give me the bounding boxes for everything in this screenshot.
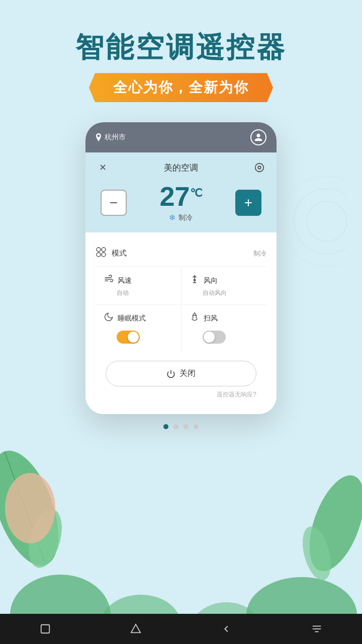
sweep-header: 扫风 <box>190 312 259 325</box>
wind-dir-label: 风向 <box>204 276 218 285</box>
dots-indicator <box>0 414 362 437</box>
svg-point-15 <box>97 248 101 252</box>
wind-speed-icon <box>104 274 114 287</box>
svg-point-18 <box>102 253 106 257</box>
sweep-toggle[interactable] <box>203 331 226 344</box>
user-icon[interactable] <box>250 129 266 145</box>
close-button[interactable]: ✕ <box>96 160 110 175</box>
svg-point-10 <box>246 577 357 615</box>
temp-display: 27 ℃ ❄ 制冷 <box>159 183 202 222</box>
temp-mode: ❄ 制冷 <box>159 213 202 222</box>
wind-dir-cell[interactable]: 风向 自动风向 <box>182 267 267 304</box>
temp-unit: ℃ <box>190 183 203 200</box>
feature-grid: 风速 自动 <box>96 267 266 353</box>
power-button[interactable]: 关闭 <box>106 361 256 386</box>
controls-section: 模式 制冷 <box>85 232 277 414</box>
sweep-cell[interactable]: 扫风 <box>182 305 267 353</box>
subtitle-banner: 全心为你，全新为你 <box>89 73 273 102</box>
dot-2[interactable] <box>173 424 178 429</box>
android-nav <box>0 614 362 644</box>
no-response-text[interactable]: 遥控器无响应? <box>96 390 266 406</box>
nav-home-button[interactable] <box>125 618 147 640</box>
svg-point-9 <box>101 595 181 615</box>
mode-row[interactable]: 模式 制冷 <box>96 240 266 267</box>
sleep-mode-cell[interactable]: 睡眠模式 <box>96 305 181 353</box>
wind-dir-value: 自动风向 <box>203 289 259 297</box>
nav-menu-button[interactable] <box>306 618 328 640</box>
svg-point-6 <box>299 468 362 579</box>
power-label: 关闭 <box>179 368 196 379</box>
sleep-toggle[interactable] <box>117 331 140 344</box>
phone-mockup: 杭州市 ✕ 美的空调 <box>85 122 277 414</box>
sleep-header: 睡眠模式 <box>104 312 173 325</box>
svg-point-8 <box>10 575 111 615</box>
ac-name: 美的空调 <box>164 162 198 174</box>
sweep-icon <box>190 312 200 325</box>
mode-left: 模式 <box>96 247 127 260</box>
svg-point-7 <box>298 523 336 583</box>
nav-back-button[interactable] <box>215 618 237 640</box>
sweep-toggle-container <box>203 331 259 346</box>
ac-title-row: ✕ 美的空调 <box>96 160 266 175</box>
svg-point-14 <box>258 166 261 169</box>
svg-point-11 <box>191 602 261 615</box>
ac-card: ✕ 美的空调 − 27 ℃ <box>85 152 277 414</box>
svg-marker-22 <box>131 624 140 633</box>
wind-speed-cell[interactable]: 风速 自动 <box>96 267 181 304</box>
mode-label: 模式 <box>112 249 127 258</box>
ac-header: ✕ 美的空调 − 27 ℃ <box>85 152 277 232</box>
location-info: 杭州市 <box>96 133 126 142</box>
sleep-icon <box>104 312 114 325</box>
svg-point-12 <box>5 473 55 543</box>
settings-button[interactable] <box>252 160 266 175</box>
wind-dir-icon <box>190 274 200 287</box>
temp-value: 27 <box>159 183 190 210</box>
dot-1[interactable] <box>163 424 168 429</box>
wind-dir-header: 风向 <box>190 274 259 287</box>
svg-point-5 <box>23 505 67 571</box>
svg-line-4 <box>5 451 46 565</box>
wind-speed-label: 风速 <box>118 276 132 285</box>
temp-increase-button[interactable]: + <box>235 190 261 216</box>
svg-point-16 <box>102 248 106 252</box>
location-text: 杭州市 <box>105 133 126 142</box>
nav-recent-button[interactable] <box>34 618 56 640</box>
mode-value: 制冷 <box>253 249 266 258</box>
svg-rect-21 <box>41 625 50 633</box>
temp-decrease-button[interactable]: − <box>101 190 127 216</box>
svg-point-3 <box>0 442 72 574</box>
phone-header: 杭州市 <box>85 122 277 152</box>
wind-speed-value: 自动 <box>117 289 173 297</box>
mode-text: 制冷 <box>178 213 193 222</box>
svg-point-17 <box>97 253 101 257</box>
sweep-label: 扫风 <box>204 314 218 323</box>
sleep-toggle-container <box>117 331 173 346</box>
dot-3[interactable] <box>184 424 189 429</box>
temp-control: − 27 ℃ ❄ 制冷 + <box>96 183 266 222</box>
dot-4[interactable] <box>194 424 199 429</box>
wind-speed-header: 风速 <box>104 274 173 287</box>
sleep-label: 睡眠模式 <box>118 314 146 323</box>
snowflake-icon: ❄ <box>169 213 175 222</box>
mode-icon <box>96 247 107 260</box>
svg-point-13 <box>255 164 264 172</box>
main-title: 智能空调遥控器 <box>0 30 362 64</box>
